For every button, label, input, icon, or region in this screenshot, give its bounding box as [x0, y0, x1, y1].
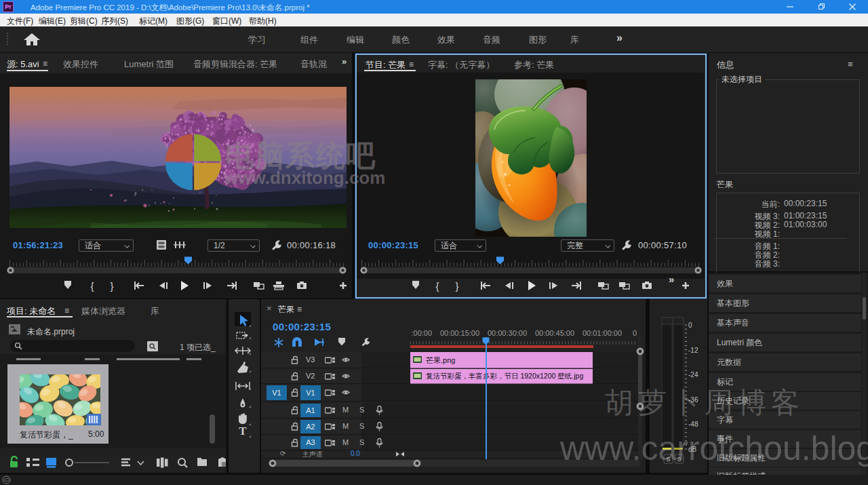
svg-text:T: T	[239, 425, 247, 438]
svg-text:-24: -24	[688, 371, 698, 379]
svg-text:00:00:30:00: 00:00:30:00	[488, 329, 527, 337]
svg-text:0: 0	[633, 329, 637, 337]
svg-text:00:00:00:00: 00:00:00:00	[412, 329, 432, 337]
svg-text:-12: -12	[688, 347, 698, 354]
svg-text:}: }	[455, 280, 458, 292]
svg-text:{: {	[90, 280, 94, 292]
svg-text:{: {	[435, 280, 439, 292]
svg-text:00:00:15:00: 00:00:15:00	[440, 329, 479, 337]
svg-text:}: }	[110, 280, 113, 292]
svg-text:0: 0	[688, 322, 692, 329]
svg-text:00:00:45:00: 00:00:45:00	[535, 329, 574, 337]
svg-text:00:01:00:00: 00:01:00:00	[583, 329, 622, 337]
